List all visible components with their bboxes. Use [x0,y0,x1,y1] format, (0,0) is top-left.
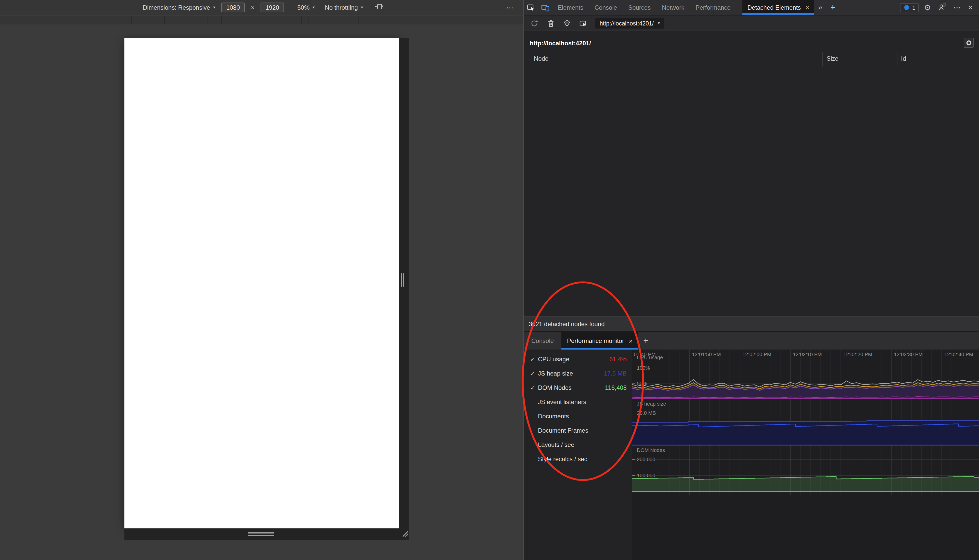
column-divider[interactable] [897,52,897,66]
close-icon[interactable]: × [629,337,633,345]
drawer-add-tab-button[interactable]: + [638,332,653,350]
metric-label: Documents [538,413,626,420]
svg-text:20.0 MB: 20.0 MB [637,410,656,416]
inspect-element-icon[interactable] [524,0,538,15]
table-header: Node Size Id [524,52,979,66]
devtools-panel: ElementsConsoleSourcesNetworkPerformance… [523,0,979,560]
device-toolbar-toggle-icon[interactable] [538,0,552,15]
devtools-tab-bar: ElementsConsoleSourcesNetworkPerformance… [524,0,979,15]
drawer-tab-performance-monitor[interactable]: Performance monitor × [561,332,638,350]
metric-document-frames[interactable]: Document Frames [524,423,632,438]
dimensions-label: Dimensions: Responsive [143,4,210,11]
chat-bubble-icon [904,4,910,10]
devtools-more-menu[interactable]: ⋯ [951,3,963,12]
height-input[interactable] [261,3,284,12]
rotate-device-icon[interactable] [374,3,383,12]
tab-performance[interactable]: Performance [690,0,736,15]
metric-documents[interactable]: Documents [524,409,632,423]
metric-cpu-usage[interactable]: ✓CPU usage61.4% [524,352,632,367]
devtools-actions: 1 ⚙ ⋯ × [900,0,979,15]
drawer-tab-bar: Console Performance monitor × + [524,332,979,350]
metric-style-recalcs-sec[interactable]: Style recalcs / sec [524,452,632,466]
add-tab-button[interactable]: + [826,0,840,15]
ruler-separator [358,16,359,25]
trash-icon[interactable] [544,19,557,27]
settings-gear-icon[interactable]: ⚙ [922,3,933,12]
charts-canvas: 01:40 PM12:01:50 PM12:02:00 PM12:02:10 P… [632,350,979,560]
tab-network[interactable]: Network [656,0,690,15]
metric-js-heap-size[interactable]: ✓JS heap size17.5 MB [524,367,632,381]
refresh-icon[interactable] [528,19,541,27]
target-select[interactable]: http://localhost:4201/ ▾ [595,18,664,28]
dimensions-select[interactable]: Dimensions: Responsive ▾ [143,4,215,11]
svg-text:12:02:10 PM: 12:02:10 PM [793,352,822,357]
svg-text:12:01:50 PM: 12:01:50 PM [692,352,721,357]
detached-elements-content: http://localhost:4201/ Node Size Id [524,32,979,317]
inspect-node-icon[interactable] [577,19,590,27]
throttling-select[interactable]: No throttling ▾ [325,4,363,11]
check-icon: ✓ [530,356,538,363]
devtools-close-button[interactable]: × [966,3,975,12]
ruler-separator [131,16,132,25]
svg-text:200,000: 200,000 [637,457,655,462]
metric-label: Document Frames [538,427,626,434]
metric-value: 61.4% [609,356,626,363]
metric-dom-nodes[interactable]: ✓DOM Nodes116,408 [524,381,632,395]
drawer-tab-label: Performance monitor [567,337,624,345]
svg-text:100%: 100% [637,365,650,371]
svg-text:12:02:00 PM: 12:02:00 PM [742,352,771,357]
emulated-page[interactable] [124,38,399,528]
svg-text:DOM Nodes: DOM Nodes [637,447,665,453]
screen: Dimensions: Responsive ▾ × 50% ▾ No thro… [0,0,979,560]
column-size[interactable]: Size [827,55,839,62]
metric-label: JS event listeners [538,398,626,406]
ruler-separator [207,16,208,25]
metrics-list: ✓CPU usage61.4%✓JS heap size17.5 MB✓DOM … [524,350,632,560]
close-icon[interactable]: × [805,3,809,11]
zoom-value: 50% [297,4,309,11]
column-node[interactable]: Node [534,55,548,62]
resize-handle-right[interactable] [401,273,405,287]
ruler-separator [392,16,392,25]
throttling-value: No throttling [325,4,358,11]
metric-label: CPU usage [538,356,609,363]
zoom-select[interactable]: 50% ▾ [297,4,315,11]
chevron-down-icon: ▾ [312,5,315,10]
status-bar: 3621 detached nodes found [524,317,979,332]
device-emulation-pane: Dimensions: Responsive ▾ × 50% ▾ No thro… [0,0,523,560]
tab-elements[interactable]: Elements [552,0,589,15]
drawer-tab-console[interactable]: Console [524,332,561,350]
column-id[interactable]: Id [901,55,906,62]
performance-charts: 01:40 PM12:01:50 PM12:02:00 PM12:02:10 P… [632,350,979,560]
tab-console[interactable]: Console [589,0,623,15]
media-query-ruler [0,16,523,25]
ruler-separator [316,16,316,25]
issues-counter[interactable]: 1 [900,3,919,12]
page-title: http://localhost:4201/ [530,40,591,47]
chevron-down-icon: ▾ [213,5,215,10]
svg-text:12:02:40 PM: 12:02:40 PM [944,352,973,357]
scan-target-button[interactable] [964,38,974,48]
tab-detached-elements[interactable]: Detached Elements × [742,0,815,15]
device-toolbar-more-button[interactable]: ⋯ [506,3,514,12]
resize-handle-corner[interactable] [401,530,409,540]
svg-text:12:02:30 PM: 12:02:30 PM [894,352,923,357]
ruler-separator [301,16,302,25]
dimensions-separator: × [251,4,254,11]
metric-value: 17.5 MB [604,370,626,377]
svg-text:100,000: 100,000 [637,473,655,478]
width-input[interactable] [221,3,245,12]
tab-sources[interactable]: Sources [623,0,656,15]
feedback-icon[interactable] [936,3,948,12]
metric-js-event-listeners[interactable]: JS event listeners [524,395,632,409]
chevron-down-icon: ▾ [658,21,660,25]
ruler-separator [221,16,222,25]
metric-layouts-sec[interactable]: Layouts / sec [524,438,632,452]
ruler-separator [214,16,214,25]
resize-handle-bottom[interactable] [248,532,274,537]
column-divider[interactable] [822,52,823,66]
analyze-icon[interactable] [560,19,574,27]
more-tabs-chevron[interactable]: » [814,0,826,15]
check-icon: ✓ [530,370,538,377]
metric-label: Layouts / sec [538,441,626,448]
